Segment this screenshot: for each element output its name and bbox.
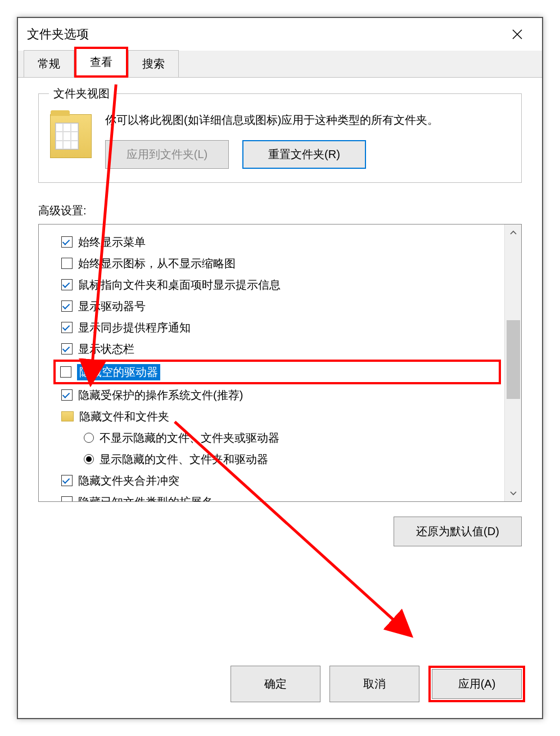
group-description: 你可以将此视图(如详细信息或图标)应用于这种类型的所有文件夹。 (105, 111, 510, 129)
item-label: 显示同步提供程序通知 (78, 320, 191, 335)
checkbox[interactable] (61, 496, 73, 502)
tabs: 常规 查看 搜索 (18, 51, 542, 78)
tab-general[interactable]: 常规 (24, 50, 74, 77)
checkbox[interactable] (61, 258, 73, 269)
item-label: 隐藏空的驱动器 (77, 364, 160, 380)
restore-defaults-button[interactable]: 还原为默认值(D) (394, 517, 522, 546)
group-title: 文件夹视图 (49, 86, 114, 101)
close-button[interactable] (502, 23, 533, 46)
advanced-settings-label: 高级设置: (38, 203, 522, 218)
dialog-footer: 确定 取消 应用(A) (18, 657, 542, 718)
item-label: 显示隐藏的文件、文件夹和驱动器 (100, 452, 268, 467)
item-label: 显示驱动器号 (78, 299, 146, 314)
item-label: 始终显示图标，从不显示缩略图 (78, 256, 236, 271)
item-label: 隐藏已知文件类型的扩展名 (78, 495, 213, 502)
item-label: 隐藏文件夹合并冲突 (78, 473, 179, 488)
scroll-down-button[interactable] (505, 486, 522, 501)
item-label: 显示状态栏 (78, 342, 134, 357)
checkbox[interactable] (61, 236, 73, 248)
checkbox[interactable] (61, 475, 73, 486)
dialog-title: 文件夹选项 (27, 26, 502, 43)
folder-views-group: 文件夹视图 你可以将此视图(如详细信息或图标)应用于这种类型的所有文件夹。 应用… (38, 93, 522, 183)
checkbox[interactable] (61, 279, 73, 290)
item-label: 隐藏文件和文件夹 (79, 409, 169, 424)
close-icon (512, 29, 523, 40)
tab-search[interactable]: 搜索 (128, 50, 179, 77)
apply-button[interactable]: 应用(A) (432, 669, 522, 699)
checkbox[interactable] (61, 322, 73, 333)
list-item[interactable]: 显示状态栏 (61, 338, 501, 360)
advanced-settings-list[interactable]: 始终显示菜单始终显示图标，从不显示缩略图鼠标指向文件夹和桌面项时显示提示信息显示… (38, 224, 522, 502)
list-item[interactable]: 隐藏已知文件类型的扩展名 (61, 491, 501, 502)
apply-button-highlight: 应用(A) (428, 666, 525, 702)
chevron-down-icon (510, 491, 517, 496)
list-item[interactable]: 隐藏受保护的操作系统文件(推荐) (61, 384, 501, 406)
list-item[interactable]: 隐藏文件夹合并冲突 (61, 470, 501, 491)
item-label: 不显示隐藏的文件、文件夹或驱动器 (100, 430, 279, 446)
list-item[interactable]: 始终显示菜单 (61, 231, 501, 253)
checkbox[interactable] (61, 389, 73, 401)
scrollbar[interactable] (504, 225, 521, 501)
list-item[interactable]: 不显示隐藏的文件、文件夹或驱动器 (61, 427, 501, 448)
list-item[interactable]: 隐藏空的驱动器 (53, 360, 501, 384)
radio[interactable] (84, 433, 94, 443)
scroll-thumb[interactable] (507, 320, 520, 399)
scroll-up-button[interactable] (505, 225, 522, 240)
tab-content: 文件夹视图 你可以将此视图(如详细信息或图标)应用于这种类型的所有文件夹。 应用… (18, 78, 542, 657)
list-item[interactable]: 鼠标指向文件夹和桌面项时显示提示信息 (61, 274, 501, 295)
item-label: 隐藏受保护的操作系统文件(推荐) (78, 388, 243, 403)
list-item[interactable]: 显示驱动器号 (61, 295, 501, 317)
list-item[interactable]: 显示同步提供程序通知 (61, 317, 501, 338)
folder-icon (50, 114, 92, 158)
reset-folders-button[interactable]: 重置文件夹(R) (242, 140, 366, 169)
ok-button[interactable]: 确定 (231, 666, 320, 702)
titlebar: 文件夹选项 (18, 18, 542, 51)
apply-to-folders-button: 应用到文件夹(L) (105, 140, 229, 169)
radio[interactable] (84, 454, 94, 464)
item-label: 始终显示菜单 (78, 235, 146, 250)
checkbox[interactable] (60, 366, 71, 378)
list-item[interactable]: 始终显示图标，从不显示缩略图 (61, 253, 501, 274)
list-item[interactable]: 隐藏文件和文件夹 (61, 406, 501, 427)
cancel-button[interactable]: 取消 (329, 666, 419, 702)
chevron-up-icon (510, 230, 517, 235)
folder-options-dialog: 文件夹选项 常规 查看 搜索 文件夹视图 你可以将此视图(如详细信息或图标)应用… (18, 18, 542, 718)
checkbox[interactable] (61, 300, 73, 312)
tab-view[interactable]: 查看 (74, 47, 128, 78)
checkbox[interactable] (61, 343, 73, 354)
folder-icon (61, 411, 74, 421)
item-label: 鼠标指向文件夹和桌面项时显示提示信息 (78, 277, 281, 293)
list-item[interactable]: 显示隐藏的文件、文件夹和驱动器 (61, 448, 501, 470)
